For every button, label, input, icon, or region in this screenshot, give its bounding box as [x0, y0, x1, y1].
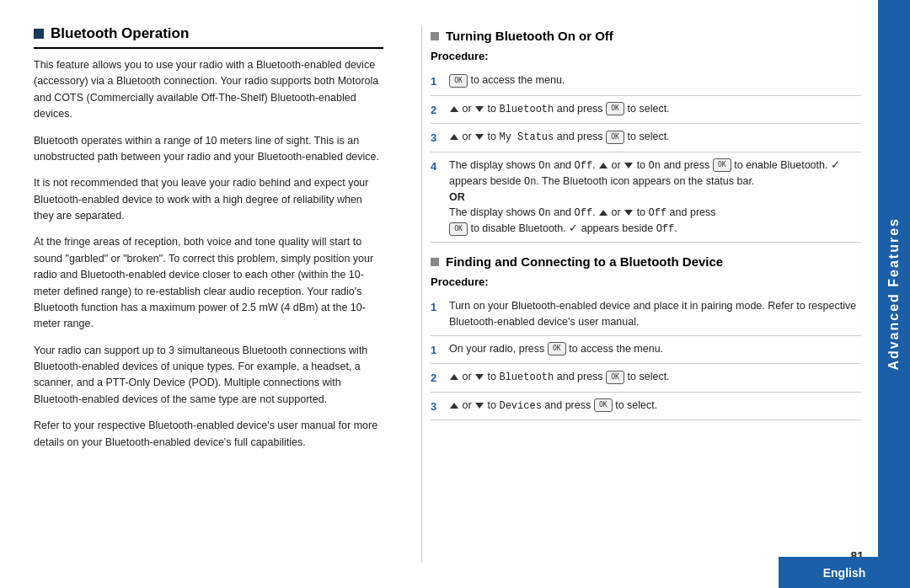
step-num: 2 [431, 370, 442, 387]
turning-bt-title: Turning Bluetooth On or Off [446, 29, 613, 43]
step-1-4: 4 The display shows On and Off. or to On… [431, 152, 861, 243]
ok-btn-icon: OK [713, 158, 731, 172]
step-content: On your radio, press OK to access the me… [449, 341, 861, 357]
arrow-up-icon [599, 163, 608, 168]
step-1-3: 3 or to My Status and press OK to select… [431, 124, 861, 152]
arrow-down-icon [475, 134, 484, 140]
paragraph-2: Bluetooth operates within a range of 10 … [34, 133, 383, 166]
arrow-down-icon [475, 106, 484, 112]
step-1-1: 1 OK to access the menu. [431, 67, 861, 96]
step-content: or to Bluetooth and press OK to select. [449, 101, 861, 117]
section-find-bt: Finding and Connecting to a Bluetooth De… [431, 254, 861, 420]
english-tab: English [779, 557, 910, 588]
paragraph-6: Refer to your respective Bluetooth-enabl… [34, 418, 383, 451]
mono-off3: Off [649, 207, 667, 219]
section-title-text: Bluetooth Operation [51, 25, 189, 42]
step-content: Turn on your Bluetooth-enabled device an… [449, 298, 861, 330]
ok-btn-icon: OK [606, 102, 624, 115]
procedure-label-1: Procedure: [431, 50, 861, 62]
mono-off: Off [575, 160, 593, 172]
procedure-list-1: 1 OK to access the menu. 2 or to Bluetoo… [431, 67, 861, 243]
mono-off2: Off [575, 207, 593, 219]
page-container: Bluetooth Operation This feature allows … [0, 0, 910, 588]
step-num: 1 [431, 299, 442, 316]
step-num: 4 [431, 158, 442, 175]
english-tab-text: English [823, 566, 866, 580]
step-content: or to Bluetooth and press OK to select. [449, 369, 861, 385]
ok-btn-icon: OK [449, 74, 468, 88]
sidebar-right: Advanced Features [878, 0, 910, 588]
procedure-list-2b: 1 On your radio, press OK to access the … [431, 336, 861, 421]
or-label: OR [449, 191, 465, 203]
arrow-up-icon [450, 374, 458, 380]
arrow-up-icon [450, 134, 458, 140]
right-column: Turning Bluetooth On or Off Procedure: 1… [421, 25, 861, 563]
paragraph-1: This feature allows you to use your radi… [34, 57, 383, 123]
section-title-bluetooth: Bluetooth Operation [34, 25, 383, 49]
arrow-up-icon [599, 210, 608, 216]
procedure-label-2: Procedure: [431, 275, 861, 288]
mono-mystatus: My Status [499, 131, 554, 143]
sidebar-text: Advanced Features [886, 217, 902, 371]
mono-on2: On [649, 160, 661, 172]
ok-btn-icon: OK [594, 398, 613, 412]
ok-btn-icon: OK [606, 131, 624, 144]
section-turning-bt: Turning Bluetooth On or Off [431, 29, 861, 43]
mono-devices: Devices [499, 400, 541, 412]
step-num: 2 [431, 102, 442, 119]
step-2b-1: 1 On your radio, press OK to access the … [431, 336, 861, 365]
step-2b-3: 3 or to Devices and press OK to select. [431, 393, 861, 421]
finding-bt-title: Finding and Connecting to a Bluetooth De… [446, 254, 723, 269]
mono-on: On [538, 160, 550, 172]
mono-off4: Off [656, 223, 675, 235]
arrow-down-icon [624, 163, 633, 168]
step-num: 3 [431, 398, 442, 415]
left-column: Bluetooth Operation This feature allows … [34, 25, 396, 563]
step-content: or to Devices and press OK to select. [449, 398, 861, 414]
step-1-2: 2 or to Bluetooth and press OK to select… [431, 96, 861, 125]
paragraph-5: Your radio can support up to 3 simultane… [34, 343, 383, 409]
section-finding-title: Finding and Connecting to a Bluetooth De… [431, 254, 861, 269]
mono-bluetooth: Bluetooth [499, 104, 554, 115]
ok-btn-icon: OK [449, 222, 468, 236]
mono-on4: On [538, 207, 550, 219]
blue-square-icon [34, 29, 44, 39]
step-num: 1 [431, 73, 442, 90]
step-2b-2: 2 or to Bluetooth and press OK to select… [431, 364, 861, 393]
arrow-up-icon [450, 403, 458, 409]
arrow-down-icon [624, 210, 633, 216]
arrow-down-icon [475, 374, 484, 380]
ok-btn-icon: OK [548, 342, 566, 355]
step-num: 3 [431, 130, 442, 147]
paragraph-3: It is not recommended that you leave you… [34, 175, 383, 224]
ok-btn-icon: OK [606, 371, 624, 384]
paragraph-4: At the fringe areas of reception, both v… [34, 234, 383, 332]
step-2-1: 1 Turn on your Bluetooth-enabled device … [431, 293, 861, 336]
mini-square-icon-2 [431, 258, 439, 266]
step-content: OK to access the menu. [449, 72, 861, 88]
procedure-list-2a: 1 Turn on your Bluetooth-enabled device … [431, 293, 861, 336]
main-content: Bluetooth Operation This feature allows … [0, 0, 878, 588]
mono-on3: On [524, 176, 536, 188]
arrow-up-icon [450, 106, 458, 112]
mini-square-icon-1 [431, 32, 439, 40]
step-num: 1 [431, 342, 442, 359]
arrow-down-icon [475, 403, 484, 409]
step-content: or to My Status and press OK to select. [449, 129, 861, 145]
step-content: The display shows On and Off. or to On a… [449, 158, 861, 238]
mono-bluetooth2: Bluetooth [499, 372, 554, 383]
